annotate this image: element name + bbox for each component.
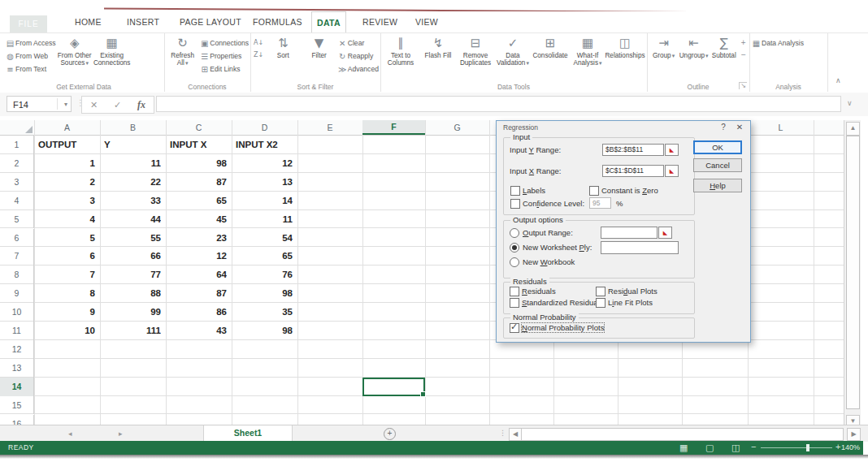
tab-view[interactable]: VIEW [410,11,443,32]
constant-is-zero-label[interactable]: Constant is Zero [601,186,658,195]
row-header-2[interactable]: 2 [0,154,34,173]
line-fit-plots-checkbox[interactable] [596,298,605,308]
button-from-other-sources[interactable]: ◈From Other Sources▾ [56,35,93,67]
button-clear[interactable]: ✕Clear [337,37,379,50]
cell-B9[interactable]: 88 [104,284,161,303]
cell-D6[interactable]: 54 [236,229,293,248]
cell-B2[interactable]: 11 [104,154,161,173]
button-filter[interactable]: ▼Filter [301,35,336,59]
cell-A5[interactable]: 4 [38,210,95,229]
button-existing-connections[interactable]: ▦Existing Connections [93,35,131,67]
button-data-analysis[interactable]: ▦Data Analysis [751,37,804,50]
cell-D4[interactable]: 14 [236,192,293,210]
formula-input[interactable] [156,96,841,112]
tab-file[interactable]: FILE [10,15,47,32]
cell-A7[interactable]: 6 [38,247,95,266]
name-box-dropdown-icon[interactable]: ▾ [64,97,67,113]
cell-A10[interactable]: 9 [38,303,95,322]
sheet-scroll-left-icon[interactable]: ◂ [68,425,72,442]
line-fit-plots-label[interactable]: Line Fit Plots [608,298,653,307]
button-from-access[interactable]: ▤From Access [5,37,56,50]
cell-A9[interactable]: 8 [38,284,95,303]
row-header-12[interactable]: 12 [0,340,34,359]
collapse-ribbon-icon[interactable]: ∧ [835,76,841,84]
dialog-launcher-icon[interactable]: ↘ [739,82,747,89]
button-refresh-all[interactable]: ↻Refresh All▾ [166,35,199,67]
column-header-f-selected[interactable]: F [362,120,425,135]
cell-C1[interactable]: INPUT X [170,136,227,154]
vertical-scroll-thumb[interactable] [846,136,860,409]
name-box[interactable]: F14 ▾ [7,96,72,112]
standardized-residuals-label[interactable]: Standardized Residuals [522,298,603,307]
input-y-range-field[interactable]: $B$2:$B$11 [602,144,664,156]
column-header-c[interactable]: C [166,120,232,135]
button-flash-fill[interactable]: ↯Flash Fill [419,35,457,59]
tab-formulas[interactable]: FORMULAS [248,11,307,32]
new-worksheet-ply-radio[interactable] [510,243,519,253]
zoom-in-icon[interactable]: + [835,442,840,451]
button-sort[interactable]: ⇅Sort [265,35,301,59]
cell-D11[interactable]: 98 [236,322,293,340]
cell-C4[interactable]: 65 [170,192,227,210]
page-layout-view-icon[interactable]: ▢ [705,443,714,453]
horizontal-scroll-thumb[interactable] [521,428,844,441]
button-subtotal[interactable]: ∑Subtotal [709,35,739,59]
labels-checkbox[interactable] [510,186,520,196]
scroll-left-icon[interactable]: ◀ [509,428,522,441]
cell-D5[interactable]: 11 [236,210,293,229]
confidence-level-label[interactable]: Confidence Level: [523,199,584,208]
residuals-checkbox[interactable] [510,287,519,296]
cell-B8[interactable]: 77 [104,266,161,284]
dialog-close-icon[interactable]: ✕ [734,123,745,132]
cell-D2[interactable]: 12 [236,154,293,173]
normal-view-icon[interactable]: ▦ [679,443,688,453]
labels-checkbox-label[interactable]: Labels [523,186,545,195]
cell-A8[interactable]: 7 [38,266,95,284]
range-picker-icon[interactable]: ◣ [658,227,672,239]
button-consolidate[interactable]: ⊞Consolidate [532,35,569,59]
cell-B10[interactable]: 99 [104,303,161,322]
cell-C10[interactable]: 86 [170,303,227,322]
zoom-slider[interactable] [761,447,832,448]
ok-button[interactable]: OK [693,140,742,154]
fill-handle[interactable] [420,391,426,397]
cell-C2[interactable]: 98 [170,154,227,173]
vertical-scrollbar[interactable]: ▲ ▼ [844,120,861,429]
button-hide-detail-icon[interactable]: − [739,49,748,61]
column-header-b[interactable]: B [100,120,166,135]
cell-A2[interactable]: 1 [38,154,95,173]
help-button[interactable]: Help [693,179,742,192]
tab-home[interactable]: HOME [70,11,106,32]
new-workbook-label[interactable]: New Workbook [523,257,575,266]
row-header-6[interactable]: 6 [0,229,34,248]
dialog-title[interactable]: Regression [503,123,538,132]
residual-plots-label[interactable]: Residual Plots [608,287,658,296]
row-header-14-selected[interactable]: 14 [0,378,34,396]
button-edit-links[interactable]: ⊞Edit Links [199,63,249,76]
button-reapply[interactable]: ↻Reapply [337,50,379,63]
cell-B7[interactable]: 66 [104,247,161,266]
button-connections[interactable]: ▣Connections [199,37,249,50]
cell-D10[interactable]: 35 [236,303,293,322]
tab-insert[interactable]: INSERT [122,11,164,32]
cell-C9[interactable]: 87 [170,284,227,303]
sheet-tab-sheet1[interactable]: Sheet1 [203,425,293,443]
cell-D3[interactable]: 13 [236,173,293,192]
row-header-13[interactable]: 13 [0,359,34,378]
selected-cell-f14[interactable] [362,378,425,396]
zoom-slider-handle[interactable] [806,444,809,451]
row-header-5[interactable]: 5 [0,210,34,229]
insert-function-icon[interactable]: fx [137,99,145,111]
cancel-icon[interactable]: ✕ [90,100,98,110]
output-range-field[interactable] [601,227,658,239]
scroll-right-icon[interactable]: ▶ [847,428,861,441]
button-sort-za-icon[interactable]: Z↓ [252,49,265,61]
cell-A11[interactable]: 10 [38,322,95,340]
cell-B1[interactable]: Y [104,136,161,154]
cancel-button[interactable]: Cancel [693,158,742,172]
output-range-radio[interactable] [510,228,519,238]
new-workbook-radio[interactable] [510,257,519,267]
row-header-1[interactable]: 1 [0,136,34,154]
button-from-text[interactable]: ≡From Text [5,63,56,76]
column-header-l[interactable]: L [748,120,814,135]
